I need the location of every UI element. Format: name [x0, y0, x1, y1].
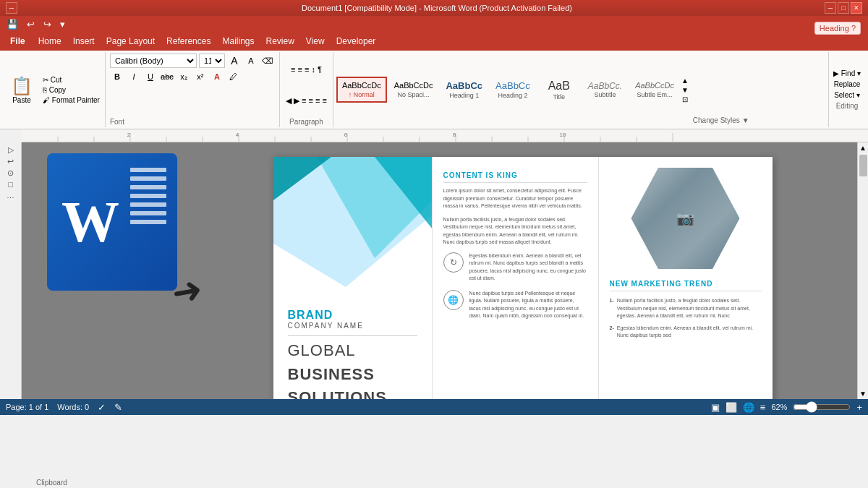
right-scrollbar[interactable]: ▲ ▼ [857, 142, 868, 399]
ruler: 2 4 6 8 10 [22, 129, 868, 142]
left-sidebar: ▷ ↩ ⊙ □ … [0, 142, 22, 399]
replace-btn[interactable]: Replace [834, 80, 861, 88]
proofing-icon[interactable]: ✓ [98, 402, 106, 413]
clear-format-btn[interactable]: ⌫ [260, 53, 275, 68]
title-bar-text: Document1 [Compatibility Mode] - Microso… [49, 4, 825, 12]
superscript-btn[interactable]: x² [193, 69, 208, 84]
change-styles-btn[interactable]: ⊡ [682, 95, 688, 103]
brochure-left-panel: BRAND COMPANY NAME GLOBAL BUSINESS SOLUT… [273, 157, 433, 399]
zoom-slider[interactable] [793, 403, 851, 411]
scroll-up-btn[interactable]: ▲ [859, 144, 867, 152]
svg-text:6: 6 [344, 132, 348, 138]
paragraph-group: ≡ ≡ ≡ ↕ ¶ ◀ ▶ ≡ ≡ ≡ ≡ Paragraph [280, 52, 333, 127]
status-bar: Page: 1 of 1 Words: 0 ✓ ✎ ▣ ⬜ 🌐 ≡ 62% + [0, 399, 868, 415]
change-styles-label-btn[interactable]: Change Styles ▼ [693, 116, 749, 124]
style-heading2[interactable]: AaBbCc Heading 2 [490, 76, 536, 103]
brochure-middle-panel: CONTENT IS KING Lorem ipsum dolor sit am… [433, 157, 599, 399]
save-btn[interactable]: 💾 [4, 18, 20, 30]
zoom-in-btn[interactable]: + [856, 402, 862, 413]
view-print-btn[interactable]: ▣ [711, 402, 720, 413]
left-sidebar-icon1[interactable]: ▷ [8, 145, 14, 155]
bold-btn[interactable]: B [110, 69, 124, 84]
clipboard-group: 📋 Paste ✂ Cut ⎘ Copy 🖌 Format Painter Cl… [3, 52, 106, 127]
feature-row-2: 🌐 Nunc dapibus turpis sed Pellentesque e… [443, 290, 587, 320]
minimize-window-btn[interactable]: ─ [825, 2, 836, 14]
content-divider [443, 182, 587, 183]
undo-btn[interactable]: ↩ [25, 18, 37, 30]
format-painter-btn[interactable]: 🖌 Format Painter [41, 95, 102, 105]
left-sidebar-icon4[interactable]: □ [8, 180, 13, 189]
page-layout-menu[interactable]: Page Layout [101, 33, 161, 49]
editing-group: ▶ Find ▾ Replace Select ▾ Editing [829, 52, 865, 127]
svg-text:10: 10 [560, 132, 566, 138]
font-family-select[interactable]: Calibri (Body) [110, 53, 197, 68]
left-sidebar-icon3[interactable]: ⊙ [7, 168, 14, 178]
view-menu[interactable]: View [300, 33, 331, 49]
references-menu[interactable]: References [161, 33, 216, 49]
text-color-btn[interactable]: A [210, 69, 224, 84]
strikethrough-btn[interactable]: abc [160, 69, 174, 84]
redo-btn[interactable]: ↪ [41, 18, 54, 30]
word-w-letter: W [61, 189, 119, 255]
style-no-spacing[interactable]: AaBbCcDc No Spaci... [388, 77, 439, 102]
styles-group: AaBbCcDc ↑ Normal AaBbCcDc No Spaci... A… [333, 52, 829, 127]
font-size-select[interactable]: 11 [199, 53, 225, 68]
mailings-menu[interactable]: Mailings [216, 33, 260, 49]
developer-menu[interactable]: Developer [331, 33, 382, 49]
camera-icon: 📷 [676, 210, 694, 227]
close-window-btn[interactable]: ✕ [851, 2, 862, 14]
style-scroll-up[interactable]: ▲ [681, 77, 689, 85]
view-draft-btn[interactable]: ≡ [760, 402, 766, 413]
svg-text:8: 8 [453, 132, 456, 138]
italic-btn[interactable]: I [127, 69, 141, 84]
brand-name: BRAND [288, 309, 417, 322]
brochure: BRAND COMPANY NAME GLOBAL BUSINESS SOLUT… [273, 157, 773, 399]
track-icon[interactable]: ✎ [114, 402, 122, 413]
left-sidebar-icon5[interactable]: … [7, 191, 14, 200]
cut-btn[interactable]: ✂ Cut [41, 75, 102, 85]
style-heading1[interactable]: AaBbCc Heading 1 [440, 76, 488, 103]
doc-area: ▷ ↩ ⊙ □ … W ➜ [0, 142, 868, 399]
home-menu[interactable]: Home [33, 33, 67, 49]
scroll-thumb[interactable] [859, 155, 867, 176]
content-section-title: CONTENT IS KING [443, 171, 587, 179]
maximize-window-btn[interactable]: □ [838, 2, 849, 14]
file-menu[interactable]: File [3, 33, 33, 49]
svg-text:2: 2 [127, 132, 131, 138]
numbered-item-2: 2- Egestas bibendum enim. Aenean a bland… [610, 325, 762, 340]
style-title[interactable]: AaB Title [537, 74, 581, 104]
scroll-down-btn[interactable]: ▼ [859, 390, 867, 398]
subscript-btn[interactable]: x₂ [176, 69, 191, 84]
style-subtitle[interactable]: AaBbCc. Subtitle [582, 77, 628, 103]
insert-menu[interactable]: Insert [67, 33, 101, 49]
review-menu[interactable]: Review [260, 33, 299, 49]
highlight-btn[interactable]: 🖊 [226, 69, 241, 84]
style-normal[interactable]: AaBbCcDc ↑ Normal [336, 77, 387, 102]
view-fullscreen-btn[interactable]: ⬜ [726, 402, 737, 413]
find-btn[interactable]: ▶ Find ▾ [833, 69, 861, 77]
svg-rect-0 [22, 129, 868, 142]
minimize-btn[interactable]: ─ [6, 2, 17, 14]
headline-business: BUSINESS [288, 366, 417, 383]
view-web-btn[interactable]: 🌐 [743, 402, 754, 413]
shrink-font-btn[interactable]: A [244, 53, 258, 68]
feature-row-1: ↻ Egestas bibendum enim. Aenean a blandi… [443, 252, 587, 283]
word-logo-overlay: W ➜ [47, 153, 192, 298]
underline-btn[interactable]: U [143, 69, 158, 84]
svg-text:4: 4 [236, 132, 239, 138]
style-subtle-em[interactable]: AaBbCcDc Subtle Em... [629, 77, 680, 102]
style-scroll-down[interactable]: ▼ [681, 86, 689, 94]
numbered-list: 1- Nullam porta facilisis justo, a feugi… [610, 297, 762, 340]
customize-qa-btn[interactable]: ▾ [58, 18, 67, 30]
grow-font-btn[interactable]: A [227, 53, 242, 68]
brochure-right-panel: 📷 NEW MARKETING TREND 1- Nullam porta fa… [599, 157, 773, 399]
copy-btn[interactable]: ⎘ Copy [41, 85, 102, 95]
words-status: Words: 0 [57, 403, 89, 411]
left-sidebar-icon2[interactable]: ↩ [7, 157, 14, 166]
marketing-section-title: NEW MARKETING TREND [610, 280, 762, 288]
headline-global: GLOBAL [288, 342, 417, 359]
select-btn[interactable]: Select ▾ [834, 91, 860, 99]
content-para2: Nullam porta facilisis justo, a feugiat … [443, 216, 587, 247]
feature-text-1: Egestas bibendum enim. Aenean a blandit … [469, 252, 587, 283]
paste-btn[interactable]: 📋 Paste [6, 53, 38, 126]
